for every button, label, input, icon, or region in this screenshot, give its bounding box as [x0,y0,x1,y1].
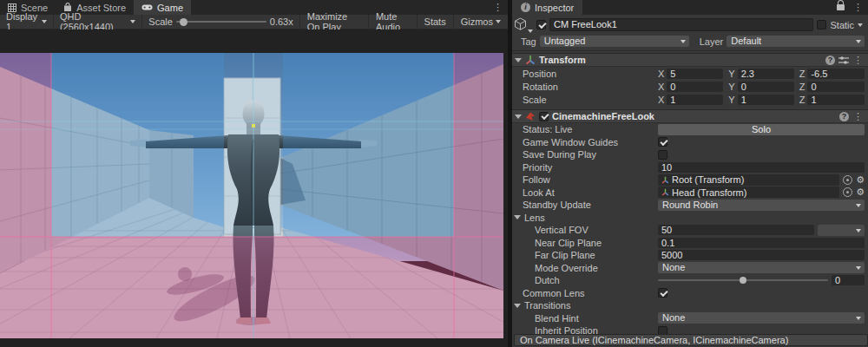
nearclip-field[interactable]: 0.1 [658,238,865,248]
dutch-value-field[interactable]: 0 [832,275,865,285]
axis-x-label: X [658,95,664,105]
help-icon[interactable]: ? [825,56,835,65]
tab-game[interactable]: Game [134,0,191,15]
static-checkbox[interactable] [817,20,826,29]
axis-y-label: Y [728,69,734,79]
transform-icon [661,176,669,184]
transform-rotation-row: Rotation X0 Y0 Z0 [512,80,868,93]
common-lens-checkbox[interactable] [658,288,667,298]
rotation-z-field[interactable]: 0 [807,82,865,92]
scale-slider-knob[interactable] [180,18,187,26]
component-menu-icon[interactable]: ⋮ [852,55,864,66]
transform-component-header[interactable]: Transform ? ⋮ [512,53,868,67]
axis-y-label: Y [728,95,734,105]
game-viewport[interactable] [0,53,503,338]
transform-title: Transform [539,55,822,65]
foldout-icon[interactable] [515,115,522,119]
info-icon: i [521,3,530,12]
chevron-down-icon [858,23,863,27]
gameobject-icon-button[interactable] [514,17,533,32]
transitions-foldout-row[interactable]: Transitions [512,299,868,312]
guides-label: Game Window Guides [523,137,658,147]
scale-x-field[interactable]: 1 [667,95,723,105]
help-icon[interactable]: ? [839,112,849,121]
solo-button[interactable]: Solo [658,124,865,135]
vfov-field[interactable]: 50 [658,225,814,235]
rotation-x-field[interactable]: 0 [667,82,723,92]
axis-y-label: Y [728,82,734,92]
separator [512,50,868,51]
lookat-label: Look At [523,187,658,198]
mute-audio-button[interactable]: Mute Audio [368,15,417,29]
tab-game-label: Game [157,3,183,13]
gear-icon[interactable]: ⚙ [856,175,865,185]
dutch-slider-knob[interactable] [740,277,746,284]
maximize-on-play-button[interactable]: Maximize On Play [299,15,368,29]
foldout-icon[interactable] [514,215,521,219]
game-view-toolbar: Display 1 QHD (2560x1440) Scale 0.63x Ma… [0,15,508,29]
priority-label: Priority [523,162,658,173]
chevron-down-icon [528,29,533,33]
gameobject-active-checkbox[interactable] [536,20,546,29]
gizmos-dropdown[interactable]: Gizmos [453,15,508,29]
cube-icon [514,17,527,31]
display-dropdown[interactable]: Display 1 [0,15,54,29]
component-menu-icon[interactable]: ⋮ [852,111,864,122]
scale-z-field[interactable]: 1 [807,95,865,105]
follow-object-field[interactable]: Root (Transform) [658,174,839,186]
layer-dropdown[interactable]: Default [727,36,865,47]
rotation-y-field[interactable]: 0 [738,82,794,92]
game-panel-menu-icon[interactable]: ⋮ [488,0,508,15]
mode-override-dropdown[interactable]: None [658,262,865,273]
chevron-down-icon [130,20,135,23]
scale-label: Scale [523,95,658,105]
game-render-area [0,29,508,347]
gizmos-label: Gizmos [461,16,493,27]
guide-softzone-left [51,53,224,237]
freelook-component-header[interactable]: CinemachineFreeLook ? ⋮ [512,109,868,123]
gameobject-name-field[interactable]: CM FreeLook1 [549,18,813,31]
foldout-icon[interactable] [514,304,521,308]
scale-y-field[interactable]: 1 [738,95,794,105]
position-y-field[interactable]: 2.3 [738,69,794,79]
toolbar-right-buttons: Maximize On Play Mute Audio Stats Gizmos [299,15,508,29]
farclip-label: Far Clip Plane [535,250,658,260]
foldout-icon[interactable] [515,58,522,62]
tag-dropdown[interactable]: Untagged [540,36,689,47]
priority-field[interactable]: 10 [658,162,865,173]
dutch-slider[interactable] [658,279,828,281]
tag-label: Tag [514,36,536,47]
vertical-fov-row: Vertical FOV 50 [512,224,868,237]
lens-foldout-row[interactable]: Lens [512,212,868,225]
object-picker-icon[interactable] [843,187,852,197]
scale-slider[interactable] [176,21,266,23]
lock-icon[interactable] [837,4,845,10]
lookat-object-field[interactable]: Head (Transform) [658,187,839,198]
gear-icon[interactable]: ⚙ [856,187,865,197]
resolution-dropdown[interactable]: QHD (2560x1440) [54,15,142,29]
transform-scale-row: Scale X1 Y1 Z1 [512,93,868,106]
unity-editor-window: Scene Asset Store Game ⋮ Display 1 QHD (… [0,0,868,347]
freelook-enabled-checkbox[interactable] [539,112,549,121]
standby-dropdown[interactable]: Round Robin [658,200,865,211]
blend-hint-label: Blend Hint [535,313,658,324]
stats-button[interactable]: Stats [417,15,453,29]
blend-hint-dropdown[interactable]: None [658,312,865,324]
fov-preset-dropdown[interactable] [818,225,865,236]
inspector-panel: i Inspector ⋮ CM FreeL [512,0,868,347]
save-checkbox[interactable] [658,150,667,160]
position-x-field[interactable]: 5 [667,69,723,79]
object-picker-icon[interactable] [843,175,852,185]
guides-checkbox[interactable] [658,137,667,147]
transitions-label: Transitions [524,300,570,311]
presets-icon[interactable] [838,56,849,65]
farclip-field[interactable]: 5000 [658,250,865,260]
guide-pink-left [0,53,51,338]
lens-label: Lens [524,213,545,223]
nearclip-label: Near Clip Plane [535,238,658,248]
inspector-menu-icon[interactable]: ⋮ [848,0,868,15]
tab-inspector[interactable]: i Inspector [512,0,582,15]
game-view-panel: Scene Asset Store Game ⋮ Display 1 QHD (… [0,0,508,347]
position-z-field[interactable]: -6.5 [807,69,865,79]
static-control[interactable]: Static [817,20,865,30]
